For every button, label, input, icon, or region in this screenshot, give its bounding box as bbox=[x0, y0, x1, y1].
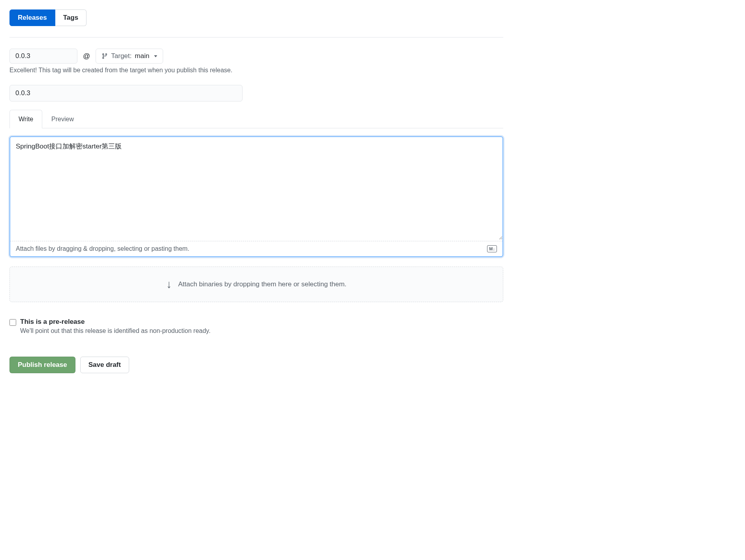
write-tab[interactable]: Write bbox=[9, 110, 42, 128]
target-branch-button[interactable]: Target: main bbox=[96, 49, 163, 64]
tag-version-input[interactable] bbox=[9, 49, 77, 64]
nav-tabs: Releases Tags bbox=[9, 9, 503, 38]
chevron-down-icon bbox=[154, 55, 157, 57]
button-row: Publish release Save draft bbox=[9, 357, 503, 373]
release-description-textarea[interactable] bbox=[10, 137, 502, 240]
attach-binaries-hint: Attach binaries by dropping them here or… bbox=[178, 280, 346, 288]
attach-binaries-dropzone[interactable]: ↓ Attach binaries by dropping them here … bbox=[9, 267, 503, 302]
save-draft-button[interactable]: Save draft bbox=[80, 357, 129, 373]
prerelease-label[interactable]: This is a pre-release bbox=[20, 318, 85, 326]
target-branch-name: main bbox=[135, 52, 149, 60]
preview-tab[interactable]: Preview bbox=[42, 110, 83, 128]
attach-files-hint: Attach files by dragging & dropping, sel… bbox=[16, 245, 189, 252]
at-sign: @ bbox=[83, 52, 90, 60]
editor-wrapper: Attach files by dragging & dropping, sel… bbox=[9, 136, 503, 257]
prerelease-row: This is a pre-release bbox=[9, 318, 503, 326]
tag-row: @ Target: main bbox=[9, 49, 503, 64]
prerelease-hint: We'll point out that this release is ide… bbox=[20, 327, 503, 334]
git-branch-icon bbox=[102, 53, 108, 59]
markdown-icon[interactable]: M↓ bbox=[487, 245, 497, 252]
releases-tab[interactable]: Releases bbox=[9, 9, 55, 26]
tag-hint-text: Excellent! This tag will be created from… bbox=[9, 67, 503, 74]
tags-tab[interactable]: Tags bbox=[55, 9, 87, 26]
prerelease-checkbox[interactable] bbox=[9, 319, 16, 326]
arrow-down-icon: ↓ bbox=[166, 278, 172, 291]
release-title-input[interactable] bbox=[9, 85, 243, 101]
attach-files-bar[interactable]: Attach files by dragging & dropping, sel… bbox=[10, 241, 502, 256]
target-label: Target: bbox=[111, 52, 132, 60]
publish-release-button[interactable]: Publish release bbox=[9, 357, 75, 373]
editor-tabs: Write Preview bbox=[9, 109, 503, 128]
